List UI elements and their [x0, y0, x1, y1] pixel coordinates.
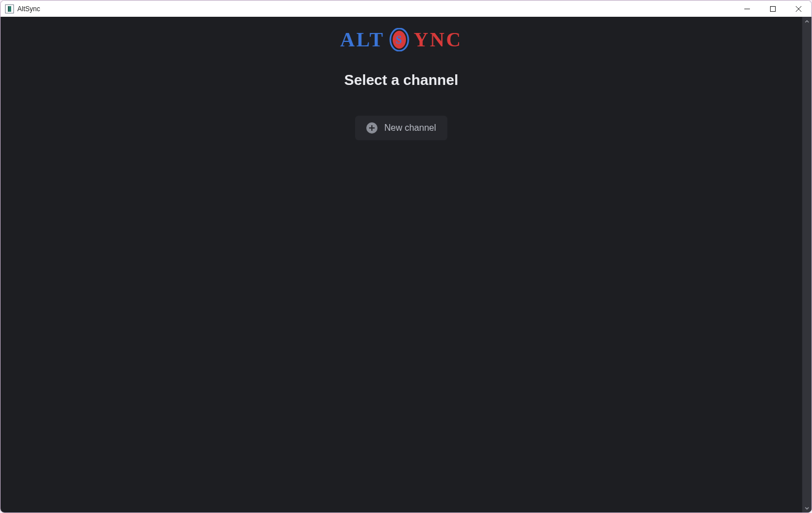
content-area: ALT S YNC Select a channel New channel	[1, 17, 811, 512]
vertical-scrollbar[interactable]	[802, 17, 811, 512]
plus-circle-icon	[366, 122, 377, 134]
close-icon	[796, 6, 801, 12]
logo-text-right: YNC	[414, 28, 462, 51]
minimize-icon	[744, 6, 750, 12]
svg-rect-1	[771, 6, 776, 11]
maximize-icon	[770, 6, 776, 12]
close-button[interactable]	[786, 1, 811, 17]
maximize-button[interactable]	[760, 1, 786, 17]
logo-s-badge-icon: S	[388, 28, 410, 51]
new-channel-label: New channel	[384, 123, 436, 133]
titlebar[interactable]: AltSync	[1, 1, 811, 17]
app-icon	[5, 4, 14, 13]
minimize-button[interactable]	[734, 1, 760, 17]
logo-text-left: ALT	[340, 28, 385, 51]
window-controls	[734, 1, 811, 17]
app-logo: ALT S YNC	[340, 28, 462, 51]
svg-text:S: S	[395, 34, 403, 46]
page-heading: Select a channel	[344, 72, 459, 89]
app-window: AltSync ALT S	[0, 0, 812, 513]
window-title: AltSync	[17, 5, 40, 13]
new-channel-button[interactable]: New channel	[355, 116, 447, 140]
main-content: ALT S YNC Select a channel New channel	[1, 17, 802, 512]
scroll-down-arrow-icon[interactable]	[802, 503, 811, 512]
scroll-up-arrow-icon[interactable]	[802, 17, 811, 26]
